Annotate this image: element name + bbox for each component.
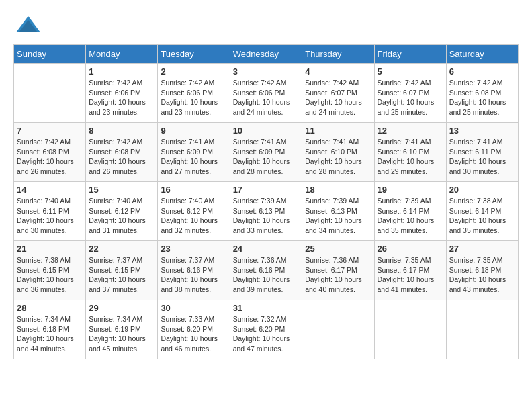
cell-content: Sunrise: 7:36 AMSunset: 6:16 PMDaylight:… (233, 255, 300, 295)
cell-content: Sunrise: 7:38 AMSunset: 6:14 PMDaylight:… (449, 196, 515, 236)
calendar-week-row: 7Sunrise: 7:42 AMSunset: 6:08 PMDaylight… (14, 123, 519, 182)
cell-content: Sunrise: 7:35 AMSunset: 6:18 PMDaylight:… (449, 255, 515, 295)
day-number: 12 (378, 126, 443, 136)
calendar-cell: 29Sunrise: 7:34 AMSunset: 6:19 PMDayligh… (86, 300, 158, 359)
calendar-cell: 23Sunrise: 7:37 AMSunset: 6:16 PMDayligh… (158, 241, 230, 300)
weekday-header: Monday (86, 45, 158, 64)
cell-content: Sunrise: 7:41 AMSunset: 6:09 PMDaylight:… (161, 137, 226, 177)
day-number: 6 (449, 66, 515, 77)
cell-content: Sunrise: 7:40 AMSunset: 6:11 PMDaylight:… (17, 196, 83, 236)
calendar-cell: 13Sunrise: 7:41 AMSunset: 6:11 PMDayligh… (446, 123, 518, 182)
calendar-cell (446, 300, 518, 359)
day-number: 4 (305, 66, 371, 77)
cell-content: Sunrise: 7:42 AMSunset: 6:08 PMDaylight:… (449, 78, 515, 118)
day-number: 7 (17, 126, 83, 136)
calendar-cell: 12Sunrise: 7:41 AMSunset: 6:10 PMDayligh… (374, 123, 446, 182)
cell-content: Sunrise: 7:42 AMSunset: 6:08 PMDaylight:… (17, 137, 83, 177)
calendar-cell: 6Sunrise: 7:42 AMSunset: 6:08 PMDaylight… (446, 64, 518, 123)
weekday-header: Tuesday (158, 45, 230, 64)
calendar-cell: 30Sunrise: 7:33 AMSunset: 6:20 PMDayligh… (158, 300, 230, 359)
day-number: 24 (233, 244, 300, 254)
calendar-cell: 31Sunrise: 7:32 AMSunset: 6:20 PMDayligh… (230, 300, 302, 359)
calendar-cell (14, 64, 86, 123)
calendar-cell: 10Sunrise: 7:41 AMSunset: 6:09 PMDayligh… (230, 123, 302, 182)
cell-content: Sunrise: 7:42 AMSunset: 6:07 PMDaylight:… (378, 78, 443, 118)
calendar-cell: 18Sunrise: 7:39 AMSunset: 6:13 PMDayligh… (302, 182, 374, 241)
day-number: 11 (305, 126, 371, 136)
calendar-cell (302, 300, 374, 359)
calendar-cell: 22Sunrise: 7:37 AMSunset: 6:15 PMDayligh… (86, 241, 158, 300)
day-number: 9 (161, 126, 226, 136)
day-number: 30 (161, 303, 226, 313)
day-number: 23 (161, 244, 226, 254)
cell-content: Sunrise: 7:42 AMSunset: 6:07 PMDaylight:… (305, 78, 371, 118)
day-number: 17 (233, 185, 300, 195)
day-number: 15 (89, 185, 154, 195)
logo (13, 13, 43, 38)
calendar-cell: 5Sunrise: 7:42 AMSunset: 6:07 PMDaylight… (374, 64, 446, 123)
day-number: 5 (378, 66, 443, 77)
day-number: 25 (305, 244, 371, 254)
logo-icon (13, 13, 43, 38)
calendar-cell: 14Sunrise: 7:40 AMSunset: 6:11 PMDayligh… (14, 182, 86, 241)
calendar-week-row: 28Sunrise: 7:34 AMSunset: 6:18 PMDayligh… (14, 300, 519, 359)
day-number: 29 (89, 303, 154, 313)
cell-content: Sunrise: 7:34 AMSunset: 6:19 PMDaylight:… (89, 314, 154, 354)
cell-content: Sunrise: 7:39 AMSunset: 6:13 PMDaylight:… (305, 196, 371, 236)
calendar-header: SundayMondayTuesdayWednesdayThursdayFrid… (14, 45, 519, 64)
calendar-cell: 26Sunrise: 7:35 AMSunset: 6:17 PMDayligh… (374, 241, 446, 300)
calendar-body: 1Sunrise: 7:42 AMSunset: 6:06 PMDaylight… (14, 64, 519, 359)
day-number: 10 (233, 126, 300, 136)
calendar-week-row: 1Sunrise: 7:42 AMSunset: 6:06 PMDaylight… (14, 64, 519, 123)
weekday-header: Saturday (446, 45, 518, 64)
day-number: 16 (161, 185, 226, 195)
day-number: 3 (233, 66, 300, 77)
day-number: 18 (305, 185, 371, 195)
cell-content: Sunrise: 7:32 AMSunset: 6:20 PMDaylight:… (233, 314, 300, 354)
cell-content: Sunrise: 7:37 AMSunset: 6:16 PMDaylight:… (161, 255, 226, 295)
calendar-cell: 7Sunrise: 7:42 AMSunset: 6:08 PMDaylight… (14, 123, 86, 182)
calendar-cell: 25Sunrise: 7:36 AMSunset: 6:17 PMDayligh… (302, 241, 374, 300)
day-number: 19 (378, 185, 443, 195)
cell-content: Sunrise: 7:37 AMSunset: 6:15 PMDaylight:… (89, 255, 154, 295)
day-number: 8 (89, 126, 154, 136)
cell-content: Sunrise: 7:38 AMSunset: 6:15 PMDaylight:… (17, 255, 83, 295)
cell-content: Sunrise: 7:40 AMSunset: 6:12 PMDaylight:… (89, 196, 154, 236)
calendar-cell: 21Sunrise: 7:38 AMSunset: 6:15 PMDayligh… (14, 241, 86, 300)
cell-content: Sunrise: 7:33 AMSunset: 6:20 PMDaylight:… (161, 314, 226, 354)
calendar-cell: 11Sunrise: 7:41 AMSunset: 6:10 PMDayligh… (302, 123, 374, 182)
day-number: 2 (161, 66, 226, 77)
day-number: 31 (233, 303, 300, 313)
cell-content: Sunrise: 7:34 AMSunset: 6:18 PMDaylight:… (17, 314, 83, 354)
calendar-cell: 16Sunrise: 7:40 AMSunset: 6:12 PMDayligh… (158, 182, 230, 241)
calendar-cell: 15Sunrise: 7:40 AMSunset: 6:12 PMDayligh… (86, 182, 158, 241)
cell-content: Sunrise: 7:41 AMSunset: 6:10 PMDaylight:… (378, 137, 443, 177)
day-number: 20 (449, 185, 515, 195)
cell-content: Sunrise: 7:42 AMSunset: 6:06 PMDaylight:… (233, 78, 300, 118)
day-number: 26 (378, 244, 443, 254)
calendar-cell: 27Sunrise: 7:35 AMSunset: 6:18 PMDayligh… (446, 241, 518, 300)
page-header (13, 13, 519, 38)
day-number: 14 (17, 185, 83, 195)
calendar-cell: 4Sunrise: 7:42 AMSunset: 6:07 PMDaylight… (302, 64, 374, 123)
calendar-cell: 1Sunrise: 7:42 AMSunset: 6:06 PMDaylight… (86, 64, 158, 123)
cell-content: Sunrise: 7:41 AMSunset: 6:10 PMDaylight:… (305, 137, 371, 177)
weekday-header: Friday (374, 45, 446, 64)
cell-content: Sunrise: 7:39 AMSunset: 6:13 PMDaylight:… (233, 196, 300, 236)
day-number: 1 (89, 66, 154, 77)
cell-content: Sunrise: 7:42 AMSunset: 6:08 PMDaylight:… (89, 137, 154, 177)
cell-content: Sunrise: 7:36 AMSunset: 6:17 PMDaylight:… (305, 255, 371, 295)
calendar-cell (374, 300, 446, 359)
weekday-header: Wednesday (230, 45, 302, 64)
weekday-header: Thursday (302, 45, 374, 64)
cell-content: Sunrise: 7:40 AMSunset: 6:12 PMDaylight:… (161, 196, 226, 236)
calendar-week-row: 14Sunrise: 7:40 AMSunset: 6:11 PMDayligh… (14, 182, 519, 241)
weekday-header: Sunday (14, 45, 86, 64)
cell-content: Sunrise: 7:41 AMSunset: 6:09 PMDaylight:… (233, 137, 300, 177)
calendar-cell: 8Sunrise: 7:42 AMSunset: 6:08 PMDaylight… (86, 123, 158, 182)
cell-content: Sunrise: 7:39 AMSunset: 6:14 PMDaylight:… (378, 196, 443, 236)
calendar-cell: 28Sunrise: 7:34 AMSunset: 6:18 PMDayligh… (14, 300, 86, 359)
day-number: 13 (449, 126, 515, 136)
calendar-cell: 20Sunrise: 7:38 AMSunset: 6:14 PMDayligh… (446, 182, 518, 241)
calendar-cell: 3Sunrise: 7:42 AMSunset: 6:06 PMDaylight… (230, 64, 302, 123)
